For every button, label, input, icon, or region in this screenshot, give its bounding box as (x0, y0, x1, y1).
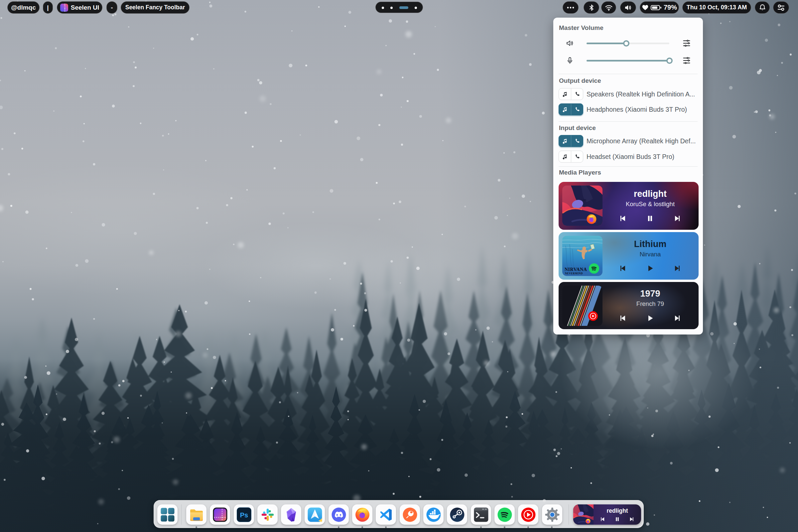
svg-text:Ps: Ps (240, 511, 248, 519)
svg-text:NIRVANA: NIRVANA (565, 267, 587, 272)
svg-text:NEVERMIND: NEVERMIND (565, 272, 583, 275)
